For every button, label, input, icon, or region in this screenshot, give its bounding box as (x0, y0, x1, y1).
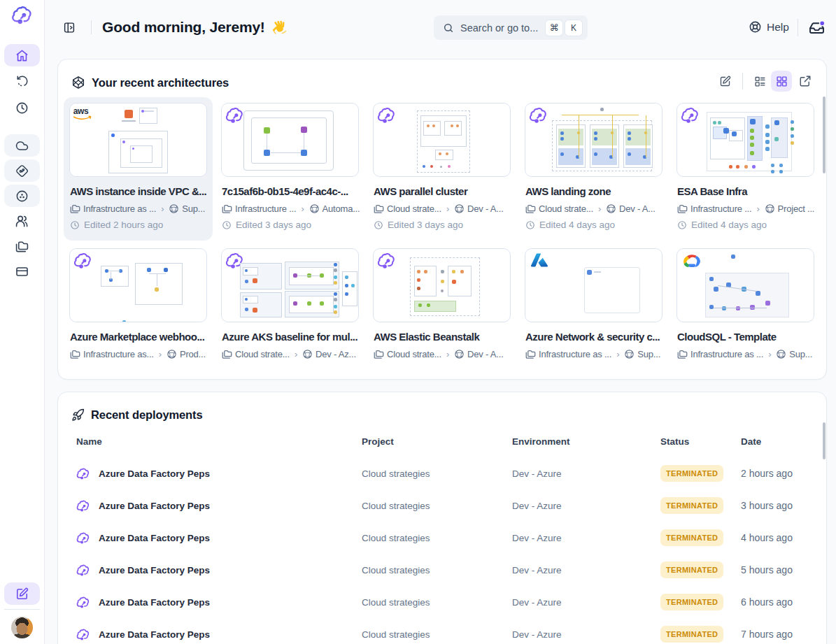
svg-text:aws: aws (73, 106, 89, 116)
